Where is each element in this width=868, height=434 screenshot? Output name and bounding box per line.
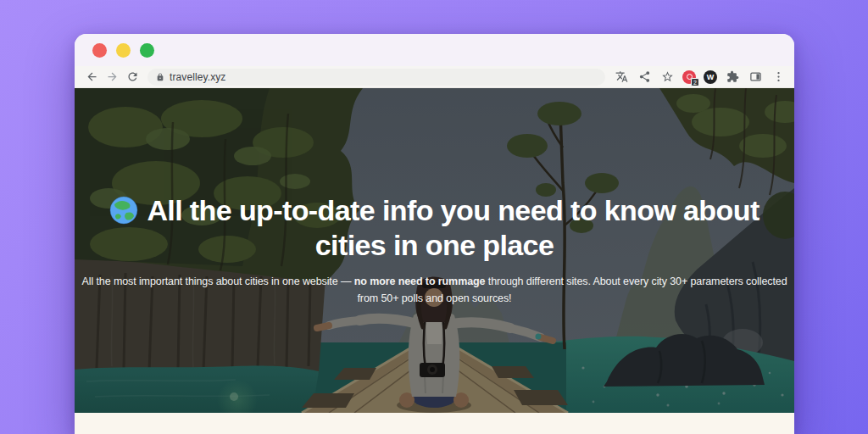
address-bar[interactable]: travelley.xyz	[147, 69, 605, 86]
extension-badge: 2	[691, 78, 699, 86]
lock-icon	[156, 73, 164, 81]
side-panel-button[interactable]	[748, 70, 763, 85]
translate-button[interactable]	[614, 70, 629, 85]
url-text: travelley.xyz	[170, 71, 225, 83]
zoom-window-button[interactable]	[140, 43, 154, 58]
share-button[interactable]	[637, 70, 652, 85]
back-button[interactable]	[81, 68, 102, 86]
subtitle-prefix: All the most important things about citi…	[81, 275, 353, 287]
puzzle-icon	[726, 70, 739, 83]
globe-icon	[109, 196, 138, 225]
extension-monogram: W	[707, 73, 715, 81]
subtitle-bold: no more need to rummage	[354, 275, 486, 287]
adblock-extension-button[interactable]: 2	[682, 70, 696, 84]
browser-toolbar: travelley.xyz 2 W	[75, 66, 794, 88]
close-window-button[interactable]	[92, 43, 107, 58]
browser-window: travelley.xyz 2 W	[75, 34, 794, 434]
dark-extension-button[interactable]: W	[704, 70, 717, 84]
next-page-section	[75, 413, 794, 434]
bookmark-button[interactable]	[659, 70, 675, 85]
hero-subtitle: All the most important things about citi…	[76, 273, 793, 308]
reload-button[interactable]	[122, 68, 142, 86]
side-panel-icon	[749, 70, 762, 83]
extensions-button[interactable]	[725, 70, 740, 85]
toolbar-actions: 2 W	[614, 70, 786, 85]
back-icon	[86, 70, 98, 83]
window-titlebar	[75, 34, 794, 66]
webpage-viewport: All the up-to-date info you need to know…	[75, 88, 794, 434]
hero-section: All the up-to-date info you need to know…	[75, 88, 794, 413]
share-icon	[638, 70, 651, 83]
hero-content: All the up-to-date info you need to know…	[75, 88, 794, 413]
hero-title: All the up-to-date info you need to know…	[79, 193, 791, 264]
forward-button[interactable]	[102, 68, 122, 86]
kebab-menu-icon	[772, 70, 785, 83]
forward-icon	[106, 70, 119, 83]
reload-icon	[126, 70, 139, 83]
minimize-window-button[interactable]	[116, 43, 131, 58]
translate-icon	[615, 70, 628, 83]
hero-title-text: All the up-to-date info you need to know…	[147, 194, 759, 261]
star-icon	[661, 70, 674, 83]
browser-menu-button[interactable]	[771, 70, 786, 85]
